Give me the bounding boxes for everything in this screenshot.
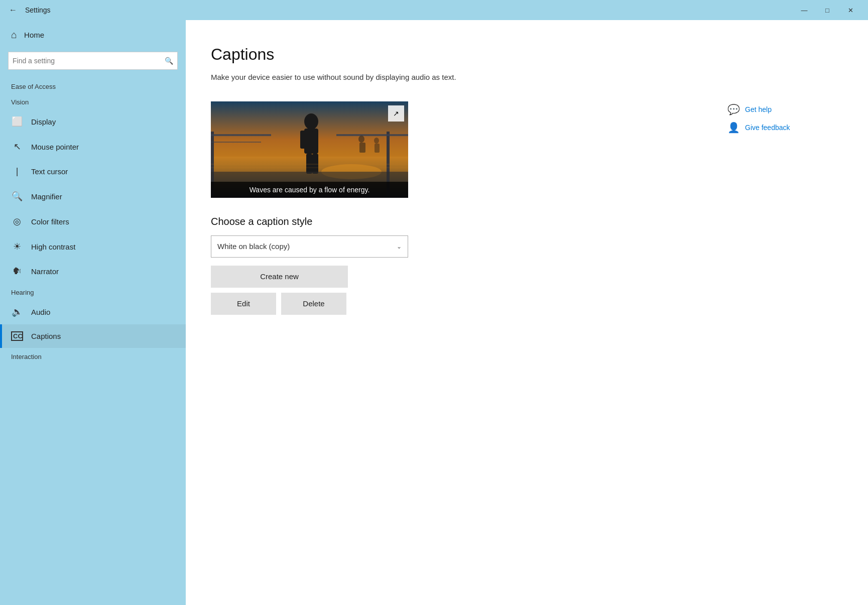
- page-title: Captions: [211, 45, 838, 64]
- expand-preview-button[interactable]: ↗: [388, 105, 404, 122]
- search-icon: 🔍: [165, 57, 173, 65]
- sidebar-item-narrator[interactable]: 🗣 Narrator: [0, 259, 186, 284]
- sidebar-audio-label: Audio: [31, 308, 50, 316]
- give-feedback-icon: 👤: [727, 122, 740, 134]
- main-layout: ⌂ Home 🔍 Ease of Access Vision ⬜ Display…: [0, 20, 868, 605]
- narrator-icon: 🗣: [11, 266, 23, 277]
- edit-button[interactable]: Edit: [211, 293, 276, 315]
- sidebar-item-home[interactable]: ⌂ Home: [0, 20, 186, 50]
- svg-rect-15: [359, 143, 365, 153]
- display-icon: ⬜: [11, 116, 23, 127]
- minimize-button[interactable]: —: [793, 0, 816, 20]
- create-new-button[interactable]: Create new: [211, 266, 348, 288]
- page-description: Make your device easier to use without s…: [211, 72, 552, 83]
- window-controls: — □ ✕: [793, 0, 862, 20]
- home-label: Home: [24, 31, 44, 39]
- svg-rect-11: [312, 131, 318, 149]
- svg-rect-12: [306, 154, 312, 174]
- svg-point-14: [358, 136, 364, 143]
- sidebar-section-vision: Vision: [0, 93, 186, 109]
- content-main: ↗ Waves are caused by a flow of energy. …: [211, 101, 707, 315]
- high-contrast-icon: ☀: [11, 241, 23, 252]
- sidebar-item-text-cursor[interactable]: | Text cursor: [0, 159, 186, 184]
- sidebar-item-magnifier[interactable]: 🔍 Magnifier: [0, 184, 186, 209]
- sidebar-captions-label: Captions: [31, 332, 61, 340]
- home-icon: ⌂: [11, 29, 17, 41]
- maximize-button[interactable]: □: [816, 0, 839, 20]
- give-feedback-link[interactable]: Give feedback: [745, 124, 790, 132]
- caption-preview-text: Waves are caused by a flow of energy.: [211, 182, 408, 198]
- sidebar-item-color-filters[interactable]: ◎ Color filters: [0, 209, 186, 234]
- sidebar-text-cursor-label: Text cursor: [31, 167, 68, 176]
- style-section-title: Choose a caption style: [211, 216, 707, 227]
- svg-rect-7: [336, 134, 408, 136]
- sidebar-mouse-pointer-label: Mouse pointer: [31, 143, 79, 151]
- svg-rect-17: [375, 144, 380, 153]
- sidebar: ⌂ Home 🔍 Ease of Access Vision ⬜ Display…: [0, 20, 186, 605]
- sidebar-color-filters-label: Color filters: [31, 217, 69, 226]
- svg-point-16: [374, 138, 379, 144]
- sidebar-category-label: Ease of Access: [0, 78, 186, 93]
- magnifier-icon: 🔍: [11, 191, 23, 202]
- sidebar-display-label: Display: [31, 117, 56, 126]
- sidebar-section-hearing: Hearing: [0, 284, 186, 299]
- audio-icon: 🔈: [11, 306, 23, 317]
- titlebar: ← Settings — □ ✕: [0, 0, 868, 20]
- svg-rect-13: [312, 154, 318, 174]
- help-panel: 💬 Get help 👤 Give feedback: [727, 101, 838, 315]
- sidebar-item-display[interactable]: ⬜ Display: [0, 109, 186, 134]
- get-help-link[interactable]: Get help: [745, 105, 772, 113]
- text-cursor-icon: |: [11, 166, 23, 177]
- sidebar-section-interaction: Interaction: [0, 348, 186, 364]
- delete-button[interactable]: Delete: [281, 293, 346, 315]
- svg-rect-4: [211, 134, 271, 136]
- sidebar-item-audio[interactable]: 🔈 Audio: [0, 299, 186, 324]
- content-inner: ↗ Waves are caused by a flow of energy. …: [211, 101, 838, 315]
- dropdown-arrow-icon: ⌄: [397, 243, 402, 250]
- close-button[interactable]: ✕: [839, 0, 862, 20]
- svg-rect-10: [300, 131, 306, 149]
- caption-preview: ↗ Waves are caused by a flow of energy.: [211, 101, 408, 198]
- sidebar-magnifier-label: Magnifier: [31, 192, 62, 201]
- svg-rect-5: [211, 142, 261, 143]
- caption-style-value: White on black (copy): [217, 242, 290, 251]
- search-box[interactable]: 🔍: [8, 52, 178, 70]
- sidebar-item-mouse-pointer[interactable]: ↖ Mouse pointer: [0, 134, 186, 159]
- sidebar-narrator-label: Narrator: [31, 267, 59, 276]
- sidebar-item-captions[interactable]: CC Captions: [0, 324, 186, 348]
- mouse-pointer-icon: ↖: [11, 141, 23, 152]
- sidebar-item-high-contrast[interactable]: ☀ High contrast: [0, 234, 186, 259]
- get-help-icon: 💬: [727, 103, 740, 115]
- edit-delete-row: Edit Delete: [211, 293, 707, 315]
- content-area: Captions Make your device easier to use …: [186, 20, 868, 605]
- window-title: Settings: [25, 6, 51, 14]
- give-feedback-item[interactable]: 👤 Give feedback: [727, 122, 838, 134]
- captions-icon: CC: [11, 331, 23, 341]
- svg-point-8: [304, 113, 318, 130]
- sidebar-high-contrast-label: High contrast: [31, 243, 75, 251]
- get-help-item[interactable]: 💬 Get help: [727, 103, 838, 115]
- caption-style-dropdown[interactable]: White on black (copy) ⌄: [211, 235, 408, 258]
- search-input[interactable]: [13, 57, 165, 65]
- color-filters-icon: ◎: [11, 216, 23, 227]
- back-button[interactable]: ←: [6, 3, 20, 17]
